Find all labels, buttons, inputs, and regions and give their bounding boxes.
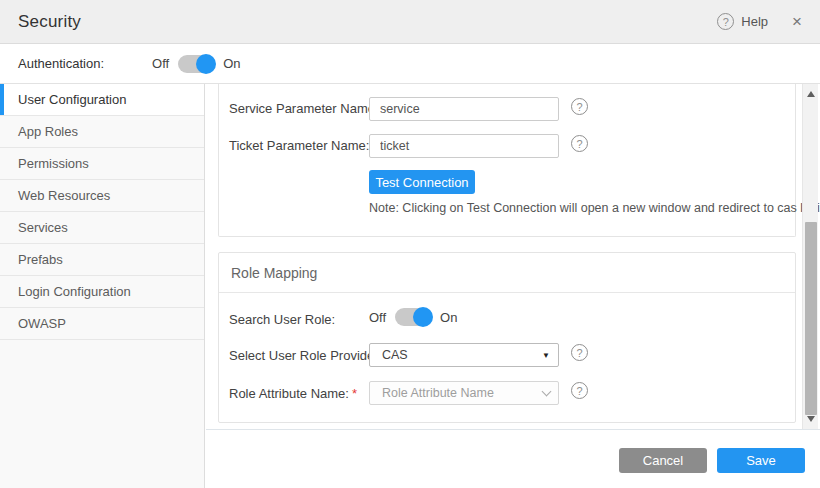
scrollbar-thumb[interactable]: [805, 222, 817, 415]
settings-sidebar: User Configuration App Roles Permissions…: [0, 84, 205, 488]
toggle-knob: [413, 307, 433, 327]
authentication-on-label: On: [223, 56, 240, 71]
service-parameter-label-text: Service Parameter Name:: [229, 101, 379, 116]
ticket-parameter-input[interactable]: [369, 134, 559, 158]
service-parameter-input[interactable]: [369, 97, 559, 121]
authentication-off-label: Off: [152, 56, 169, 71]
search-user-role-toggle[interactable]: [395, 308, 431, 326]
help-button[interactable]: ? Help: [717, 13, 768, 30]
required-asterisk: *: [352, 386, 357, 401]
title-bar: Security ? Help ×: [0, 0, 820, 44]
role-attribute-help-icon[interactable]: ?: [571, 382, 588, 399]
scroll-down-icon[interactable]: [807, 416, 815, 422]
service-parameter-help-icon[interactable]: ?: [571, 98, 588, 115]
vertical-scrollbar[interactable]: [802, 84, 818, 429]
close-icon[interactable]: ×: [792, 13, 802, 30]
ticket-parameter-label: Ticket Parameter Name:*: [229, 138, 377, 153]
scroll-up-icon[interactable]: [807, 91, 815, 97]
help-icon: ?: [717, 13, 734, 30]
select-user-role-provider-label: Select User Role Provider:: [229, 348, 382, 363]
provider-config-card: Service Parameter Name:* ? Ticket Parame…: [218, 84, 796, 237]
search-user-role-off-label: Off: [369, 310, 386, 325]
toggle-knob: [196, 54, 216, 74]
search-user-role-label: Search User Role:: [229, 312, 335, 327]
role-attribute-label-text: Role Attribute Name:: [229, 386, 349, 401]
authentication-toggle[interactable]: [178, 55, 214, 73]
sidebar-item-owasp[interactable]: OWASP: [0, 308, 204, 340]
authentication-toggle-group: Off On: [152, 55, 240, 73]
role-mapping-title: Role Mapping: [219, 253, 795, 293]
authentication-label: Authentication:: [18, 56, 104, 71]
role-attribute-placeholder: Role Attribute Name: [382, 386, 543, 400]
dropdown-caret-icon: ▼: [542, 351, 550, 360]
content-panel: Service Parameter Name:* ? Ticket Parame…: [206, 84, 820, 488]
help-label: Help: [741, 14, 768, 29]
role-attribute-name-select[interactable]: Role Attribute Name: [369, 381, 559, 405]
cancel-button[interactable]: Cancel: [619, 448, 707, 473]
sidebar-item-prefabs[interactable]: Prefabs: [0, 244, 204, 276]
ticket-parameter-label-text: Ticket Parameter Name:: [229, 138, 369, 153]
sidebar-item-user-configuration[interactable]: User Configuration: [0, 84, 204, 116]
test-connection-button[interactable]: Test Connection: [369, 170, 475, 194]
role-mapping-card: Role Mapping Search User Role: Off On Se…: [218, 252, 796, 423]
sidebar-item-services[interactable]: Services: [0, 212, 204, 244]
footer-actions: Cancel Save: [206, 429, 820, 488]
scroll-viewport: Service Parameter Name:* ? Ticket Parame…: [206, 84, 820, 429]
service-parameter-label: Service Parameter Name:*: [229, 101, 387, 116]
authentication-bar: Authentication: Off On: [0, 44, 820, 84]
search-user-role-toggle-group: Off On: [369, 308, 457, 326]
page-title: Security: [18, 12, 81, 32]
save-button[interactable]: Save: [717, 448, 805, 473]
search-user-role-on-label: On: [440, 310, 457, 325]
role-attribute-name-label: Role Attribute Name:*: [229, 386, 357, 401]
sidebar-item-login-configuration[interactable]: Login Configuration: [0, 276, 204, 308]
sidebar-item-app-roles[interactable]: App Roles: [0, 116, 204, 148]
user-role-provider-select[interactable]: CAS ▼: [369, 343, 559, 367]
provider-help-icon[interactable]: ?: [571, 344, 588, 361]
security-dialog: Security ? Help × Authentication: Off On…: [0, 0, 820, 488]
test-connection-note: Note: Clicking on Test Connection will o…: [369, 201, 820, 215]
user-role-provider-value: CAS: [382, 348, 542, 362]
ticket-parameter-help-icon[interactable]: ?: [571, 135, 588, 152]
sidebar-item-permissions[interactable]: Permissions: [0, 148, 204, 180]
chevron-down-icon: [542, 386, 552, 396]
sidebar-item-web-resources[interactable]: Web Resources: [0, 180, 204, 212]
